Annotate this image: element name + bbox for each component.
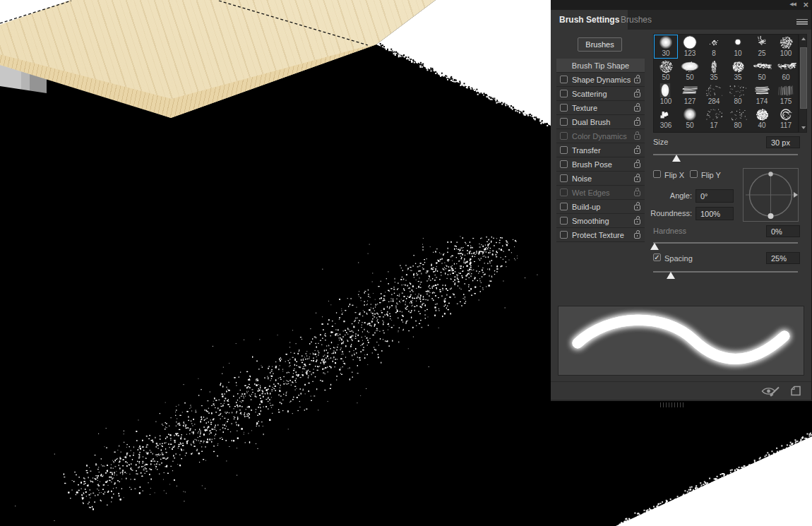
section-row-shape-dynamics[interactable]: Shape Dynamics (556, 73, 645, 86)
brush-preset-174[interactable]: 174 (750, 83, 774, 107)
unlock-icon[interactable] (634, 162, 640, 168)
brush-preset-284[interactable]: 284 (702, 83, 726, 107)
brush-preset-35[interactable]: 35 (702, 59, 726, 83)
section-label: Scattering (572, 90, 607, 98)
section-row-dual-brush[interactable]: Dual Brush (556, 115, 645, 128)
flip-x-checkbox[interactable] (653, 170, 661, 178)
brush-preset-size: 100 (774, 49, 798, 57)
scrollbar-thumb[interactable] (800, 47, 807, 109)
size-field[interactable]: 30 px (766, 136, 800, 148)
unlock-icon[interactable] (634, 205, 640, 210)
brush-preset-117[interactable]: 117 (774, 107, 798, 131)
close-icon[interactable]: × (803, 0, 808, 10)
brush-preset-127[interactable]: 127 (678, 83, 702, 107)
section-row-build-up[interactable]: Build-up (556, 200, 645, 213)
brush-preset-thumbnail (751, 107, 772, 121)
flip-y-checkbox[interactable] (690, 170, 698, 178)
preset-scrollbar[interactable] (799, 34, 807, 133)
lock-icon[interactable] (634, 191, 640, 196)
section-checkbox[interactable] (560, 90, 568, 97)
section-row-smoothing[interactable]: Smoothing (556, 214, 645, 227)
brush-preset-thumbnail (679, 107, 700, 121)
unlock-icon[interactable] (634, 177, 640, 182)
section-row-color-dynamics[interactable]: Color Dynamics (556, 129, 645, 143)
brush-preset-partial[interactable] (774, 131, 798, 133)
spacing-slider-thumb[interactable] (667, 272, 675, 279)
unlock-icon[interactable] (634, 233, 640, 239)
section-checkbox[interactable] (560, 189, 568, 196)
section-row-brush-tip-shape[interactable]: Brush Tip Shape (556, 59, 645, 72)
brush-preset-size: 60 (774, 73, 798, 81)
section-checkbox[interactable] (560, 76, 568, 83)
brush-stroke-preview-eye-icon[interactable] (761, 385, 780, 397)
section-checkbox[interactable] (560, 118, 568, 126)
size-slider-thumb[interactable] (672, 155, 681, 162)
brush-preset-partial[interactable] (678, 131, 702, 133)
section-checkbox[interactable] (560, 160, 568, 168)
unlock-icon[interactable] (634, 78, 640, 83)
section-label: Transfer (572, 146, 601, 155)
brush-preset-50[interactable]: 50 (678, 107, 702, 131)
angle-field[interactable]: 0° (695, 189, 734, 203)
collapse-to-icons-icon[interactable]: ◀◀ (789, 1, 796, 7)
brush-preset-25[interactable]: 25 (750, 35, 774, 59)
brush-preset-80[interactable]: 80 (726, 107, 750, 131)
brush-preset-175[interactable]: 175 (774, 83, 798, 107)
create-new-brush-icon[interactable] (790, 385, 801, 397)
section-checkbox[interactable] (560, 217, 568, 225)
brush-preset-partial[interactable] (654, 131, 678, 133)
brush-preset-80[interactable]: 80 (726, 83, 750, 107)
section-row-protect-texture[interactable]: Protect Texture (556, 228, 645, 241)
section-row-transfer[interactable]: Transfer (556, 143, 645, 157)
lock-icon[interactable] (634, 134, 640, 140)
brushes-button[interactable]: Brushes (578, 37, 622, 52)
hardness-slider-thumb[interactable] (650, 243, 659, 250)
section-row-texture[interactable]: Texture (556, 101, 645, 114)
panel-menu-icon[interactable] (796, 18, 808, 25)
size-label: Size (653, 138, 668, 146)
angle-roundness-control[interactable] (743, 168, 799, 223)
brush-preset-partial[interactable] (750, 131, 774, 133)
brush-preset-50[interactable]: 50 (654, 59, 678, 83)
unlock-icon[interactable] (634, 92, 640, 97)
unlock-icon[interactable] (634, 106, 640, 112)
brush-preset-50[interactable]: 50 (678, 59, 702, 83)
roundness-field[interactable]: 100% (695, 207, 734, 220)
section-row-noise[interactable]: Noise (556, 172, 645, 185)
roundness-bottom-handle (768, 213, 774, 219)
scroll-up-icon[interactable] (801, 37, 806, 40)
brush-preset-30[interactable]: 30 (654, 35, 678, 59)
unlock-icon[interactable] (634, 148, 640, 154)
unlock-icon[interactable] (634, 120, 640, 126)
brush-preset-35[interactable]: 35 (726, 59, 750, 83)
brush-preset-17[interactable]: 17 (702, 107, 726, 131)
brush-preset-8[interactable]: 8 (702, 35, 726, 59)
unlock-icon[interactable] (634, 219, 640, 225)
section-row-scattering[interactable]: Scattering (556, 87, 645, 100)
hardness-slider[interactable] (653, 242, 798, 244)
hardness-field[interactable]: 0% (766, 225, 800, 237)
brush-preset-100[interactable]: 100 (774, 35, 798, 59)
section-checkbox[interactable] (560, 146, 568, 154)
spacing-field[interactable]: 25% (766, 252, 800, 264)
brush-preset-50[interactable]: 50 (750, 59, 774, 83)
brush-preset-partial[interactable] (726, 131, 750, 133)
brush-preset-123[interactable]: 123 (678, 35, 702, 59)
brush-preset-10[interactable]: 10 (726, 35, 750, 59)
spacing-checkbox[interactable]: ✓ (653, 253, 661, 261)
brush-preset-306[interactable]: 306 (654, 107, 678, 131)
brush-preset-60[interactable]: 60 (774, 59, 798, 83)
brush-preset-40[interactable]: 40 (750, 107, 774, 131)
section-row-wet-edges[interactable]: Wet Edges (556, 186, 645, 199)
brush-preset-partial[interactable] (702, 131, 726, 133)
section-checkbox[interactable] (560, 203, 568, 210)
section-checkbox[interactable] (560, 174, 568, 182)
tab-brushes[interactable]: Brushes (612, 10, 660, 30)
section-checkbox[interactable] (560, 104, 568, 112)
section-row-brush-pose[interactable]: Brush Pose (556, 157, 645, 171)
section-checkbox[interactable] (560, 231, 568, 239)
section-checkbox[interactable] (560, 132, 568, 140)
panel-resize-grip[interactable] (660, 402, 684, 407)
brush-preset-100[interactable]: 100 (654, 83, 678, 107)
scroll-down-icon[interactable] (801, 126, 806, 129)
